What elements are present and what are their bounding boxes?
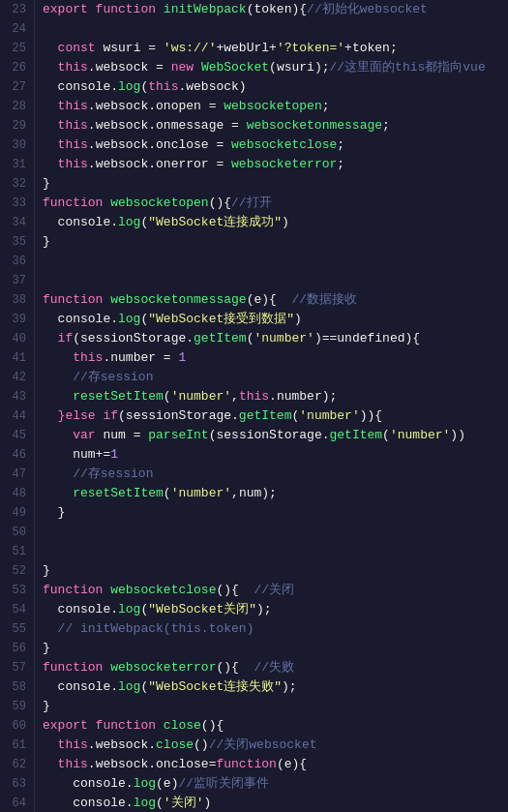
line-number: 33: [4, 194, 26, 213]
token: //数据接收: [291, 292, 357, 307]
token: ,: [231, 389, 239, 404]
token: (){: [201, 718, 224, 733]
token: ;: [322, 99, 330, 113]
line-number: 51: [4, 542, 26, 561]
token: ): [294, 312, 302, 326]
token: websocketonmessage: [247, 118, 382, 133]
token: (){: [216, 660, 254, 675]
token: websocketopen: [224, 99, 321, 113]
line-number: 54: [4, 600, 26, 619]
code-line: export function close(){: [43, 716, 508, 736]
token: [43, 331, 58, 346]
token: ): [282, 215, 289, 229]
code-line: // initWebpack(this.token): [43, 619, 508, 639]
token: console.: [43, 215, 118, 229]
token: [43, 350, 73, 365]
code-line: console.log("WebSocket接受到数据"): [43, 310, 508, 329]
line-number: 46: [4, 445, 26, 465]
token: (: [164, 486, 171, 500]
token: [43, 428, 73, 442]
token: [43, 757, 58, 771]
token: .websock): [178, 79, 246, 94]
token: 'number': [171, 486, 231, 500]
token: (): [194, 737, 209, 752]
token: .websock.onopen =: [88, 99, 224, 113]
token: ;: [337, 137, 344, 152]
code-line: this.websock.onclose=function(e){: [43, 755, 508, 774]
token: (e): [156, 776, 178, 791]
token: '?token=': [277, 41, 344, 55]
line-number: 56: [4, 639, 26, 658]
code-line: [43, 19, 508, 39]
code-line: [43, 523, 508, 542]
token: websocketclose: [231, 137, 337, 152]
line-number: 25: [4, 39, 26, 58]
token: function: [43, 660, 110, 675]
token: =: [140, 41, 163, 55]
token: log: [134, 776, 156, 791]
code-line: this.websock.close()//关闭websocket: [43, 736, 508, 755]
token: this: [58, 757, 88, 771]
line-number: 35: [4, 232, 26, 252]
token: log: [118, 215, 140, 229]
code-line: resetSetItem('number',this.number);: [43, 387, 508, 406]
token: [43, 408, 58, 423]
token: }else if: [58, 408, 118, 423]
token: .websock.onmessage =: [88, 118, 247, 133]
line-number: 26: [4, 58, 26, 77]
token: [43, 621, 58, 636]
token: this: [58, 157, 88, 171]
token: "WebSocket连接成功": [148, 215, 282, 229]
token: [43, 486, 73, 500]
token: log: [118, 602, 140, 617]
code-line: [43, 271, 508, 290]
token: }: [43, 563, 50, 578]
token: 1: [110, 447, 118, 462]
line-number: 64: [4, 794, 26, 812]
code-line: }: [43, 639, 508, 658]
token: //这里面的this都指向vue: [330, 60, 486, 75]
code-line: }: [43, 697, 508, 716]
token: +webUrl+: [216, 41, 276, 55]
token: //存session: [73, 466, 153, 481]
token: log: [118, 679, 140, 694]
token: parseInt: [148, 428, 208, 442]
code-line: console.log('关闭'): [43, 794, 508, 812]
code-line: num+=1: [43, 445, 508, 465]
token: [43, 157, 58, 171]
line-number: 61: [4, 736, 26, 755]
token: (e){: [277, 757, 307, 771]
token: wsuri: [103, 41, 140, 55]
token: console.: [43, 79, 118, 94]
token: )): [450, 428, 465, 442]
line-number: 36: [4, 252, 26, 271]
line-number: 29: [4, 116, 26, 135]
token: (){: [216, 583, 254, 597]
code-line: const wsuri = 'ws://'+webUrl+'?token='+t…: [43, 39, 508, 58]
token: [43, 118, 58, 133]
line-number: 60: [4, 716, 26, 736]
code-line: this.websock.onopen = websocketopen;: [43, 97, 508, 116]
token: }: [43, 505, 65, 520]
token: getItem: [330, 428, 383, 442]
token: 'number': [254, 331, 314, 346]
token: // initWebpack(this.token): [58, 621, 254, 636]
token: log: [118, 312, 140, 326]
token: }: [43, 641, 50, 655]
token: }: [43, 234, 50, 249]
token: const: [43, 41, 103, 55]
token: resetSetItem: [73, 389, 164, 404]
token: console.: [43, 312, 118, 326]
token: websocketerror: [231, 157, 337, 171]
code-line: function websocketclose(){ //关闭: [43, 581, 508, 600]
token: [43, 389, 73, 404]
token: console.: [43, 776, 134, 791]
token: [43, 466, 73, 481]
token: function: [216, 757, 276, 771]
token: 'number': [390, 428, 450, 442]
code-line: console.log(this.websock): [43, 77, 508, 97]
line-number: 58: [4, 677, 26, 697]
token: ,num);: [231, 486, 277, 500]
token: (sessionStorage.: [73, 331, 194, 346]
code-editor: 2324252627282930313233343536373839404142…: [0, 0, 508, 812]
